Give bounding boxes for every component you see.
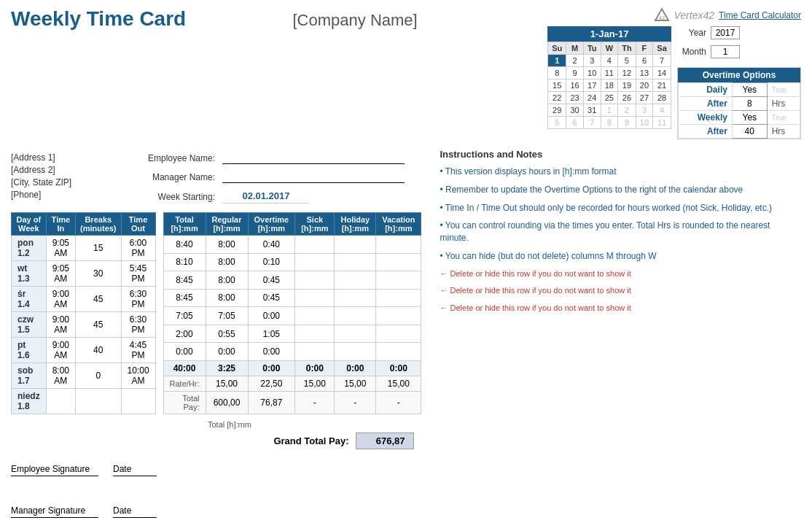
- time-cell-breaks[interactable]: [76, 389, 122, 414]
- time-cell-time_in[interactable]: 9:00 AM: [46, 338, 75, 363]
- cal-day-cell[interactable]: 30: [566, 104, 583, 117]
- week-starting-value[interactable]: 02.01.2017: [222, 190, 310, 204]
- time-cell-breaks[interactable]: 45: [76, 312, 122, 338]
- cal-day-cell[interactable]: 14: [653, 67, 671, 80]
- time-cell-breaks[interactable]: 30: [76, 261, 122, 287]
- cal-day-cell[interactable]: 12: [618, 67, 636, 80]
- totals-cell-holiday: [335, 289, 376, 307]
- cal-day-cell[interactable]: 9: [566, 67, 583, 80]
- cal-day-cell[interactable]: 1: [601, 104, 617, 117]
- totals-cell-holiday: [335, 236, 376, 254]
- cal-day-cell[interactable]: 4: [653, 104, 671, 117]
- cal-day-cell[interactable]: 19: [618, 80, 636, 92]
- rate-row: Rate/Hr: 15,00 22,50 15,00 15,00 15,00: [163, 376, 421, 392]
- cal-day-cell[interactable]: 3: [636, 104, 652, 117]
- cal-day-cell[interactable]: 27: [636, 92, 652, 104]
- cal-day-cell[interactable]: 10: [583, 67, 601, 80]
- grand-total-row: Grand Total Pay: 676,87: [11, 433, 421, 449]
- time-cell-time_in[interactable]: [46, 389, 75, 414]
- cal-day-cell[interactable]: 5: [618, 55, 636, 67]
- cal-day-cell[interactable]: 9: [618, 117, 636, 129]
- after-value2[interactable]: 40: [732, 125, 767, 139]
- after-value1[interactable]: 8: [732, 97, 767, 111]
- cal-day-cell[interactable]: 2: [566, 55, 583, 67]
- daily-value[interactable]: Yes: [732, 83, 767, 97]
- cal-day-cell[interactable]: 18: [601, 80, 617, 92]
- cal-day-cell[interactable]: 1: [548, 55, 566, 67]
- time-cell-time_in[interactable]: 9:00 AM: [46, 312, 75, 338]
- cal-day-cell[interactable]: 8: [601, 117, 617, 129]
- cal-day-cell[interactable]: 10: [636, 117, 652, 129]
- manager-sig-row: Manager Signature Date: [11, 505, 421, 518]
- time-cell-breaks[interactable]: 0: [76, 363, 122, 389]
- year-value[interactable]: 2017: [711, 26, 740, 39]
- time-cell-time_in[interactable]: 8:00 AM: [46, 363, 75, 389]
- cal-day-cell[interactable]: 11: [653, 117, 671, 129]
- totals-cell-sick: [295, 236, 335, 254]
- main-content: [Address 1] [Address 2] [City, State ZIP…: [11, 149, 801, 518]
- employee-name-input[interactable]: [222, 152, 405, 164]
- time-cell-time_out[interactable]: 6:30 PM: [121, 312, 155, 338]
- cal-day-cell[interactable]: 20: [636, 80, 652, 92]
- cal-day-cell[interactable]: 7: [583, 117, 601, 129]
- time-cell-time_in[interactable]: 9:05 AM: [46, 236, 75, 261]
- cal-day-cell[interactable]: 26: [618, 92, 636, 104]
- time-cell-time_out[interactable]: 10:00 AM: [121, 363, 155, 389]
- time-cell-time_out[interactable]: 6:30 PM: [121, 287, 155, 312]
- rate-overtime[interactable]: 22,50: [248, 376, 295, 392]
- total-regular: 3:25: [206, 361, 248, 376]
- totals-cell-vacation: [376, 325, 421, 343]
- address-line3: [City, State ZIP]: [11, 177, 113, 187]
- employee-sig-row: Employee Signature Date: [11, 464, 421, 476]
- cal-day-cell[interactable]: 6: [636, 55, 652, 67]
- th-holiday: Holiday[h]:mm: [335, 213, 376, 236]
- cal-day-cell[interactable]: 21: [653, 80, 671, 92]
- cal-day-cell[interactable]: 4: [601, 55, 617, 67]
- totals-cell-holiday: [335, 271, 376, 290]
- cal-day-cell[interactable]: 28: [653, 92, 671, 104]
- time-cell-time_out[interactable]: [121, 389, 155, 414]
- cal-day-cell[interactable]: 31: [583, 104, 601, 117]
- cal-day-cell[interactable]: 7: [653, 55, 671, 67]
- time-card-calc-link[interactable]: Time Card Calculator: [719, 10, 801, 20]
- cal-day-header: M: [566, 42, 583, 55]
- cal-day-cell[interactable]: 25: [601, 92, 617, 104]
- cal-day-cell[interactable]: 16: [566, 80, 583, 92]
- cal-day-cell[interactable]: 11: [601, 67, 617, 80]
- rate-regular[interactable]: 15,00: [206, 376, 248, 392]
- cal-day-cell[interactable]: 15: [548, 80, 566, 92]
- table-row: wt 1.39:05 AM305:45 PM: [12, 261, 156, 287]
- cal-day-cell[interactable]: 23: [566, 92, 583, 104]
- cal-day-cell[interactable]: 13: [636, 67, 652, 80]
- totals-cell-holiday: [335, 307, 376, 325]
- cal-day-cell[interactable]: 5: [548, 117, 566, 129]
- rate-vacation[interactable]: 15,00: [376, 376, 421, 392]
- cal-day-cell[interactable]: 3: [583, 55, 601, 67]
- month-value[interactable]: 1: [711, 45, 740, 58]
- totals-cell-vacation: [376, 343, 421, 361]
- totals-cell-overtime: 0:45: [248, 271, 295, 290]
- cal-day-cell[interactable]: 22: [548, 92, 566, 104]
- time-cell-time_in[interactable]: 9:05 AM: [46, 261, 75, 287]
- time-cell-time_in[interactable]: 9:00 AM: [46, 287, 75, 312]
- time-cell-breaks[interactable]: 45: [76, 287, 122, 312]
- cal-day-cell[interactable]: 6: [566, 117, 583, 129]
- weekly-value[interactable]: Yes: [732, 111, 767, 125]
- time-cell-time_out[interactable]: 5:45 PM: [121, 261, 155, 287]
- time-cell-time_out[interactable]: 4:45 PM: [121, 338, 155, 363]
- manager-name-input[interactable]: [222, 171, 405, 183]
- rate-sick[interactable]: 15,00: [295, 376, 335, 392]
- time-cell-breaks[interactable]: 15: [76, 236, 122, 261]
- right-panel: 42 Vertex42 Time Card Calculator 1-Jan-1…: [524, 7, 801, 145]
- cal-day-cell[interactable]: 2: [618, 104, 636, 117]
- cal-day-cell[interactable]: 8: [548, 67, 566, 80]
- time-cell-breaks[interactable]: 40: [76, 338, 122, 363]
- left-content: [Address 1] [Address 2] [City, State ZIP…: [11, 149, 421, 518]
- cal-day-cell[interactable]: 24: [583, 92, 601, 104]
- company-name: [Company Name]: [186, 7, 524, 30]
- cal-day-cell[interactable]: 29: [548, 104, 566, 117]
- time-cell-day: śr 1.4: [12, 287, 47, 312]
- rate-holiday[interactable]: 15,00: [335, 376, 376, 392]
- time-cell-time_out[interactable]: 6:00 PM: [121, 236, 155, 261]
- cal-day-cell[interactable]: 17: [583, 80, 601, 92]
